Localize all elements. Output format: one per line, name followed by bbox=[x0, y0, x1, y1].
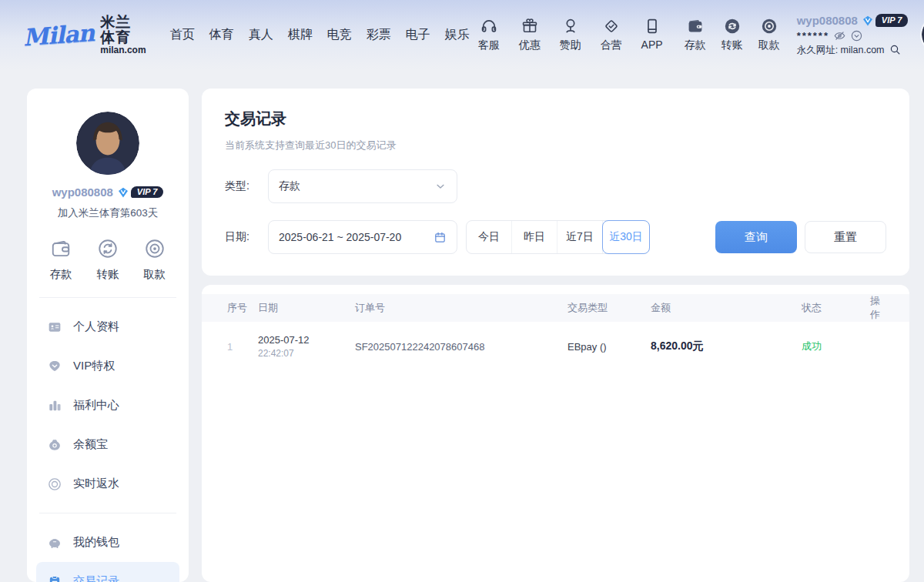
transfer-link[interactable]: 转账 bbox=[715, 16, 749, 52]
rebate-icon bbox=[47, 477, 62, 492]
sponsor-link[interactable]: 赞助 bbox=[554, 16, 588, 52]
app-link[interactable]: APP bbox=[635, 16, 669, 52]
user-avatar[interactable] bbox=[922, 17, 924, 52]
refresh-circle-icon[interactable] bbox=[850, 29, 863, 42]
navbar-right: 客服 优惠 赞助 合营 bbox=[472, 13, 924, 56]
type-filter-row: 类型: 存款 bbox=[225, 169, 886, 203]
sidebar-deposit-action[interactable]: 存款 bbox=[49, 237, 72, 282]
calendar-icon bbox=[434, 231, 447, 244]
row-type: EBpay () bbox=[567, 341, 651, 353]
logo-script-text: Milan bbox=[22, 18, 95, 50]
sidebar-item-welfare[interactable]: 福利中心 bbox=[36, 386, 179, 425]
site-logo[interactable]: Milan 米兰体育 milan.com bbox=[23, 15, 146, 55]
transfer-icon bbox=[722, 16, 742, 36]
sidebar-item-rebate[interactable]: 实时返水 bbox=[36, 464, 179, 503]
sidebar-item-welfare-label: 福利中心 bbox=[73, 398, 119, 413]
withdraw-label: 取款 bbox=[758, 38, 780, 52]
sidebar-menu-bottom: 我的钱包 交易记录 bbox=[36, 513, 179, 582]
sidebar-item-yuebao[interactable]: 余额宝 bbox=[36, 425, 179, 464]
sidebar-transfer-label: 转账 bbox=[96, 267, 119, 282]
nav-item-lottery[interactable]: 彩票 bbox=[364, 22, 393, 48]
reset-button[interactable]: 重置 bbox=[805, 221, 886, 253]
nav-item-live[interactable]: 真人 bbox=[246, 22, 276, 48]
sidebar-item-wallet[interactable]: 我的钱包 bbox=[36, 523, 179, 562]
logo-domain-text: milan.com bbox=[100, 45, 146, 55]
page-subtitle: 当前系统支持查询最近30日的交易记录 bbox=[225, 139, 886, 152]
sidebar-item-wallet-label: 我的钱包 bbox=[73, 535, 119, 550]
row-datetime: 2025-07-12 22:42:07 bbox=[258, 334, 355, 359]
col-amount: 金额 bbox=[651, 301, 802, 315]
range-yesterday-button[interactable]: 昨日 bbox=[512, 221, 557, 253]
row-index: 1 bbox=[227, 341, 258, 353]
eye-off-icon[interactable] bbox=[833, 29, 846, 42]
partner-label: 合营 bbox=[601, 38, 622, 52]
row-amount: 8,620.00元 bbox=[651, 340, 802, 353]
page-content: wyp080808 VIP 7 加入米兰体育第603天 存款 转账 bbox=[0, 69, 924, 582]
nav-item-slots[interactable]: 电子 bbox=[403, 22, 433, 48]
transfer-icon bbox=[96, 237, 119, 260]
row-time: 22:42:07 bbox=[258, 348, 355, 359]
phone-icon bbox=[642, 16, 662, 36]
type-label: 类型: bbox=[225, 179, 257, 193]
date-range-input[interactable]: 2025-06-21 ~ 2025-07-20 bbox=[268, 220, 457, 254]
sidebar-withdraw-action[interactable]: 取款 bbox=[143, 237, 166, 282]
logo-cn-text: 米兰体育 bbox=[100, 15, 146, 45]
sidebar-item-vip[interactable]: VIP特权 bbox=[36, 346, 179, 386]
piggy-wallet-icon bbox=[47, 535, 62, 550]
username[interactable]: wyp080808 bbox=[797, 13, 858, 28]
sidebar-item-profile-label: 个人资料 bbox=[73, 319, 119, 334]
col-type: 交易类型 bbox=[567, 301, 651, 315]
profile-vip-label: VIP 7 bbox=[131, 186, 164, 198]
top-navbar: Milan 米兰体育 milan.com 首页 体育 真人 棋牌 电竞 彩票 电… bbox=[0, 0, 924, 69]
permanent-url-label: 永久网址: milan.com bbox=[797, 44, 885, 56]
nav-item-esports[interactable]: 电竞 bbox=[325, 22, 354, 48]
headset-icon bbox=[479, 16, 499, 36]
profile-avatar[interactable] bbox=[76, 112, 139, 175]
idcard-icon bbox=[47, 319, 62, 335]
table-row: 1 2025-07-12 22:42:07 SF2025071222420786… bbox=[202, 322, 909, 371]
sidebar-transfer-action[interactable]: 转账 bbox=[96, 237, 119, 282]
partner-link[interactable]: 合营 bbox=[594, 16, 628, 52]
date-filter-row: 日期: 2025-06-21 ~ 2025-07-20 今日 昨日 近7日 近3… bbox=[225, 220, 886, 254]
profile-vip-badge: VIP 7 bbox=[117, 186, 164, 199]
main-panel: 交易记录 当前系统支持查询最近30日的交易记录 类型: 存款 日期: 2025-… bbox=[202, 89, 909, 582]
withdraw-link[interactable]: 取款 bbox=[752, 16, 786, 52]
range-30days-button[interactable]: 近30日 bbox=[602, 220, 650, 254]
nav-item-entertainment[interactable]: 娱乐 bbox=[443, 22, 472, 48]
type-select[interactable]: 存款 bbox=[268, 169, 457, 203]
gift-icon bbox=[520, 16, 540, 36]
type-select-value: 存款 bbox=[279, 179, 300, 193]
transfer-label: 转账 bbox=[721, 38, 743, 52]
vip-icon bbox=[47, 359, 62, 374]
nav-item-home[interactable]: 首页 bbox=[168, 22, 197, 48]
promo-label: 优惠 bbox=[519, 38, 541, 52]
quick-range-group: 今日 昨日 近7日 近30日 bbox=[466, 220, 650, 254]
sidebar-item-records[interactable]: 交易记录 bbox=[36, 562, 179, 582]
records-table-card: 序号 日期 订单号 交易类型 金额 状态 操作 1 2025-07-12 22:… bbox=[202, 285, 909, 582]
deposit-link[interactable]: 存款 bbox=[678, 16, 712, 52]
table-header-row: 序号 日期 订单号 交易类型 金额 状态 操作 bbox=[202, 294, 909, 322]
profile-sidebar: wyp080808 VIP 7 加入米兰体育第603天 存款 转账 bbox=[27, 89, 189, 582]
range-7days-button[interactable]: 近7日 bbox=[557, 221, 603, 253]
nav-item-sports[interactable]: 体育 bbox=[207, 22, 236, 48]
magnifier-icon[interactable] bbox=[889, 43, 902, 56]
search-button[interactable]: 查询 bbox=[715, 221, 797, 253]
col-action: 操作 bbox=[868, 294, 880, 322]
user-block: wyp080808 VIP 7 ****** 永久网址: milan. bbox=[797, 13, 912, 56]
vip-badge: VIP 7 bbox=[862, 14, 909, 27]
date-label: 日期: bbox=[225, 230, 257, 244]
chevron-down-icon bbox=[434, 180, 447, 192]
sidebar-item-profile[interactable]: 个人资料 bbox=[36, 307, 179, 346]
page-title: 交易记录 bbox=[225, 109, 886, 129]
range-today-button[interactable]: 今日 bbox=[467, 221, 512, 253]
moneybag-icon bbox=[47, 437, 62, 453]
records-icon bbox=[47, 574, 62, 582]
wallet-links: 存款 转账 取款 bbox=[678, 16, 786, 52]
promo-link[interactable]: 优惠 bbox=[513, 16, 547, 52]
vip-v-icon bbox=[862, 15, 874, 27]
nav-item-chess[interactable]: 棋牌 bbox=[286, 22, 315, 48]
balance-mask: ****** bbox=[797, 28, 829, 43]
sidebar-item-rebate-label: 实时返水 bbox=[73, 477, 119, 491]
sidebar-withdraw-label: 取款 bbox=[143, 267, 166, 282]
support-link[interactable]: 客服 bbox=[472, 16, 506, 52]
